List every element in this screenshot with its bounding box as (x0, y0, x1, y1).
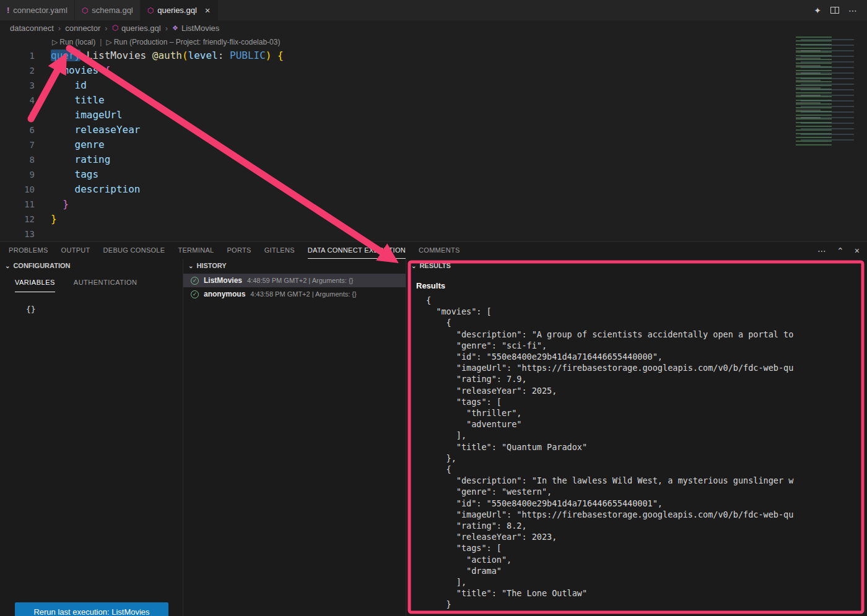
code-line[interactable]: 4 title (0, 93, 867, 108)
results-pane: ⌄ RESULTS Results { "movies": [ { "descr… (406, 259, 867, 616)
code-line-content: title (35, 93, 105, 108)
code-line[interactable]: 5 imageUrl (0, 108, 867, 123)
more-actions-icon[interactable]: ⋯ (817, 246, 826, 256)
tabbar-actions: ✦ ⋯ (814, 0, 867, 20)
code-line-content: genre (35, 137, 105, 152)
panel-actions: ⋯ ⌃ × (817, 242, 860, 259)
copilot-icon[interactable]: ✦ (814, 6, 821, 15)
results-header[interactable]: ⌄ RESULTS (406, 259, 867, 272)
breadcrumb-label: connector (65, 24, 100, 33)
tab-label: connector.yaml (13, 6, 67, 15)
run-production-action[interactable]: ▷ Run (Production – Project: friendly-fl… (106, 38, 280, 46)
history-item-anonymous[interactable]: ✓anonymous4:43:58 PM GMT+2 | Arguments: … (183, 287, 406, 301)
code-line[interactable]: 3 id (0, 78, 867, 93)
code-line-content: imageUrl (35, 108, 123, 123)
breadcrumb-label: dataconnect (10, 24, 54, 33)
close-tab-icon[interactable]: × (205, 6, 211, 15)
breadcrumb: dataconnect›connector›⬡queries.gql›❖List… (0, 20, 867, 35)
line-number: 10 (0, 182, 35, 197)
history-item-name: ListMovies (204, 276, 242, 285)
configuration-header[interactable]: ⌄ CONFIGURATION (0, 259, 183, 272)
variables-content[interactable]: {} (0, 292, 183, 314)
close-panel-icon[interactable]: × (855, 246, 860, 256)
code-line[interactable]: 12} (0, 212, 867, 227)
config-tab-authentication[interactable]: AUTHENTICATION (74, 272, 137, 292)
panel-tab-ports[interactable]: PORTS (227, 242, 251, 259)
code-line[interactable]: 9 tags (0, 167, 867, 182)
code-line[interactable]: 7 genre (0, 137, 867, 152)
editor-tab-connector.yaml[interactable]: !connector.yaml (0, 0, 75, 20)
history-pane: ⌄ HISTORY ✓ListMovies4:48:59 PM GMT+2 | … (183, 259, 406, 616)
run-local-label: Run (local) (59, 38, 95, 46)
line-number: 8 (0, 152, 35, 167)
more-actions-icon[interactable]: ⋯ (848, 6, 857, 15)
code-line[interactable]: 6 releaseYear (0, 123, 867, 137)
history-header-label: HISTORY (196, 262, 226, 269)
configuration-pane: ⌄ CONFIGURATION VARIABLESAUTHENTICATION … (0, 259, 183, 616)
breadcrumb-item-ListMovies[interactable]: ❖ListMovies (172, 24, 219, 33)
check-icon: ✓ (191, 277, 199, 285)
run-production-label: Run (Production – Project: friendly-flix… (114, 38, 281, 46)
code-line-content: query ListMovies @auth(level: PUBLIC) { (35, 48, 284, 63)
code-line[interactable]: 1query ListMovies @auth(level: PUBLIC) { (0, 48, 867, 63)
graphql-icon: ⬡ (82, 7, 88, 14)
run-local-action[interactable]: ▷ Run (local) (52, 38, 95, 46)
panel-tab-problems[interactable]: PROBLEMS (9, 242, 48, 259)
minimap-lines (796, 50, 821, 124)
code-line-content: id (35, 78, 87, 93)
breadcrumb-item-dataconnect[interactable]: dataconnect (10, 24, 54, 33)
results-json[interactable]: { "movies": [ { "description": "A group … (406, 295, 867, 610)
minimap[interactable] (795, 35, 867, 149)
line-number: 1 (0, 48, 35, 63)
code-lines: 1query ListMovies @auth(level: PUBLIC) {… (0, 48, 867, 241)
history-item-meta: 4:48:59 PM GMT+2 | Arguments: {} (247, 277, 353, 284)
configuration-tabs: VARIABLESAUTHENTICATION (0, 272, 183, 292)
panel-tab-debug-console[interactable]: DEBUG CONSOLE (103, 242, 165, 259)
editor-tab-queries.gql[interactable]: ⬡queries.gql× (141, 0, 218, 20)
yaml-icon: ! (7, 6, 9, 14)
panel-tab-comments[interactable]: COMMENTS (419, 242, 460, 259)
breadcrumb-item-queries.gql[interactable]: ⬡queries.gql (112, 24, 161, 33)
editor-tab-schema.gql[interactable]: ⬡schema.gql (75, 0, 141, 20)
line-number: 7 (0, 137, 35, 152)
play-icon: ▷ (52, 38, 58, 46)
line-number: 9 (0, 167, 35, 182)
code-line[interactable]: 10 description (0, 182, 867, 197)
line-number: 11 (0, 197, 35, 212)
panel-tabs: PROBLEMSOUTPUTDEBUG CONSOLETERMINALPORTS… (0, 242, 867, 259)
code-line-content: } (35, 212, 57, 227)
code-line[interactable]: 13 (0, 227, 867, 241)
code-line-content: releaseYear (35, 123, 141, 137)
line-number: 5 (0, 108, 35, 123)
bottom-panel: PROBLEMSOUTPUTDEBUG CONSOLETERMINALPORTS… (0, 241, 867, 616)
symbol-icon: ❖ (172, 24, 178, 32)
code-line-content: description (35, 182, 141, 197)
code-line[interactable]: 11 } (0, 197, 867, 212)
split-editor-icon[interactable] (830, 7, 839, 14)
tab-label: queries.gql (157, 6, 197, 15)
code-line-content: rating (35, 152, 110, 167)
panel-tab-terminal[interactable]: TERMINAL (178, 242, 214, 259)
line-number: 3 (0, 78, 35, 93)
config-tab-variables[interactable]: VARIABLES (15, 272, 55, 292)
code-line-content (35, 227, 51, 241)
panel-tab-gitlens[interactable]: GITLENS (264, 242, 295, 259)
panel-tab-output[interactable]: OUTPUT (61, 242, 90, 259)
breadcrumb-separator: › (105, 24, 107, 33)
editor-tabs: !connector.yaml⬡schema.gql⬡queries.gql× (0, 0, 218, 20)
panel-body: ⌄ CONFIGURATION VARIABLESAUTHENTICATION … (0, 259, 867, 616)
rerun-button[interactable]: Rerun last execution: ListMovies (15, 602, 168, 616)
code-line[interactable]: 8 rating (0, 152, 867, 167)
maximize-panel-icon[interactable]: ⌃ (837, 246, 844, 256)
vscode-window: !connector.yaml⬡schema.gql⬡queries.gql× … (0, 0, 867, 616)
breadcrumb-item-connector[interactable]: connector (65, 24, 100, 33)
panel-tab-data-connect-execution[interactable]: DATA CONNECT EXECUTION (308, 242, 406, 259)
chevron-down-icon: ⌄ (5, 262, 10, 269)
code-line[interactable]: 2 movies { (0, 63, 867, 78)
line-number: 6 (0, 123, 35, 137)
codelens-divider: | (100, 38, 102, 46)
chevron-down-icon: ⌄ (411, 262, 416, 269)
history-item-meta: 4:43:58 PM GMT+2 | Arguments: {} (250, 290, 356, 298)
history-item-ListMovies[interactable]: ✓ListMovies4:48:59 PM GMT+2 | Arguments:… (183, 274, 406, 287)
history-header[interactable]: ⌄ HISTORY (183, 259, 406, 272)
